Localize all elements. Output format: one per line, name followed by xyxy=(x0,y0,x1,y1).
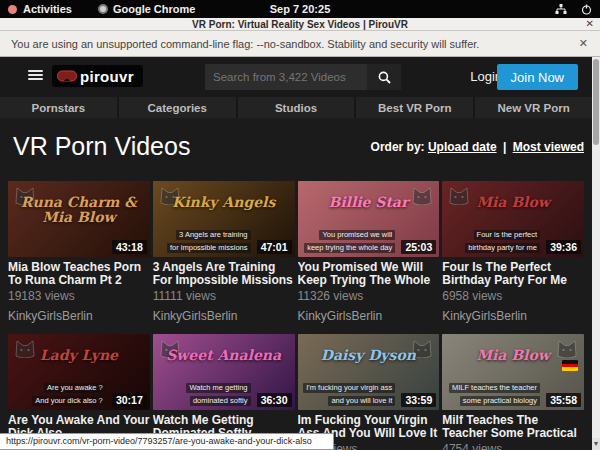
system-bar: Activities Google Chrome Sep 7 20:25 xyxy=(0,0,600,18)
clock[interactable]: Sep 7 20:25 xyxy=(0,3,600,15)
video-title[interactable]: 3 Angels Are Training For Impossible Mis… xyxy=(153,261,295,287)
thumbnail-caption: Four is the perfectbirthday party for me xyxy=(465,227,540,253)
video-duration-badge: 43:18 xyxy=(112,240,147,254)
thumbnail-caption: 3 Angels are trainingfor impossible miss… xyxy=(167,227,251,253)
video-grid: Runa Charm & Mia Blow 43:18 Mia Blow Tea… xyxy=(8,181,584,450)
scrollbar-thumb[interactable] xyxy=(593,59,599,145)
video-studio-link[interactable]: KinkyGirlsBerlin xyxy=(153,309,295,323)
video-card[interactable]: Kinky Angels 3 Angels are trainingfor im… xyxy=(153,181,295,323)
nav-item-studios[interactable]: Studios xyxy=(238,97,355,118)
video-studio-link[interactable]: KinkyGirlsBerlin xyxy=(298,309,440,323)
window-close-button[interactable]: ✕ xyxy=(586,18,594,29)
video-card[interactable]: Billie Star You promised we willkeep try… xyxy=(298,181,440,323)
thumbnail-overlay-name: Runa Charm & Mia Blow xyxy=(15,195,143,225)
video-card[interactable]: Mia Blow MILF teaches the teachersome pr… xyxy=(442,334,584,450)
order-by-label: Order by: xyxy=(371,140,425,154)
video-thumbnail[interactable]: Daisy Dyson I'm fucking your virgin assa… xyxy=(298,334,440,410)
video-views: 11326 views xyxy=(298,289,440,303)
search-icon xyxy=(378,71,391,84)
thumbnail-overlay-name: Sweet Analena xyxy=(160,348,288,363)
thumbnail-overlay-name: Mia Blow xyxy=(449,195,577,210)
video-thumbnail[interactable]: Sweet Analena Watch me gettingdominated … xyxy=(153,334,295,410)
webpage: pirouvr Login Join Now PornstarsCategori… xyxy=(0,57,592,450)
network-icon[interactable] xyxy=(555,4,567,15)
browser-warning-bar: You are using an unsupported command-lin… xyxy=(0,31,600,57)
hamburger-menu-icon[interactable] xyxy=(28,70,43,83)
video-duration-badge: 35:58 xyxy=(546,393,581,407)
video-views: 11111 views xyxy=(153,289,295,303)
video-thumbnail[interactable]: Mia Blow Four is the perfectbirthday par… xyxy=(442,181,584,257)
video-title[interactable]: You Promised We Will Keep Trying The Who… xyxy=(298,261,440,287)
thumbnail-caption: Watch me gettingdominated softly xyxy=(186,380,250,406)
browser-scrollbar[interactable]: ▼ xyxy=(592,57,600,450)
thumbnail-overlay-name: Daisy Dyson xyxy=(305,348,433,363)
video-views: 4754 views xyxy=(442,442,584,450)
video-duration-badge: 36:30 xyxy=(257,393,292,407)
power-icon[interactable] xyxy=(581,4,592,15)
site-nav: PornstarsCategoriesStudiosBest VR PornNe… xyxy=(0,97,592,118)
site-header: pirouvr Login Join Now xyxy=(0,57,592,97)
video-duration-badge: 25:03 xyxy=(401,240,436,254)
video-thumbnail[interactable]: Runa Charm & Mia Blow 43:18 xyxy=(8,181,150,257)
order-upload-date-link[interactable]: Upload date xyxy=(428,140,497,154)
video-card[interactable]: Runa Charm & Mia Blow 43:18 Mia Blow Tea… xyxy=(8,181,150,323)
thumbnail-overlay-name: Billie Star xyxy=(305,195,433,210)
video-views: 6958 views xyxy=(442,289,584,303)
video-card[interactable]: Mia Blow Four is the perfectbirthday par… xyxy=(442,181,584,323)
status-url-tooltip: https://pirouvr.com/vr-porn-video/779325… xyxy=(0,433,334,450)
video-studio-link[interactable]: KinkyGirlsBerlin xyxy=(442,309,584,323)
thumbnail-overlay-name: Mia Blow xyxy=(449,348,577,363)
video-views: 19183 views xyxy=(8,289,150,303)
page-title: VR Porn Videos xyxy=(13,132,190,161)
video-title[interactable]: Milf Teaches The Teacher Some Practical … xyxy=(442,414,584,440)
video-thumbnail[interactable]: Mia Blow MILF teaches the teachersome pr… xyxy=(442,334,584,410)
thumbnail-caption: I'm fucking your virgin assand you will … xyxy=(303,380,395,406)
video-title[interactable]: Four Is The Perfect Birthday Party For M… xyxy=(442,261,584,287)
site-logo[interactable]: pirouvr xyxy=(52,65,143,87)
order-most-viewed-link[interactable]: Most viewed xyxy=(513,140,584,154)
video-duration-badge: 33:59 xyxy=(401,393,436,407)
thumbnail-caption: MILF teaches the teachersome practical b… xyxy=(449,380,540,406)
scrollbar-down-arrow[interactable]: ▼ xyxy=(592,438,600,450)
video-title[interactable]: Mia Blow Teaches Porn To Runa Charm Pt 2 xyxy=(8,261,150,287)
video-thumbnail[interactable]: Billie Star You promised we willkeep try… xyxy=(298,181,440,257)
thumbnail-caption: Are you awake ?And your dick also ? xyxy=(32,380,106,406)
video-thumbnail[interactable]: Kinky Angels 3 Angels are trainingfor im… xyxy=(153,181,295,257)
thumbnail-overlay-name: Kinky Angels xyxy=(160,195,288,210)
search-input[interactable] xyxy=(205,64,367,90)
thumbnail-overlay-name: Lady Lyne xyxy=(15,348,143,363)
video-thumbnail[interactable]: Lady Lyne Are you awake ?And your dick a… xyxy=(8,334,150,410)
order-by: Order by: Upload date | Most viewed xyxy=(371,140,584,154)
warning-close-button[interactable]: ✕ xyxy=(579,37,588,50)
nav-item-new-vr-porn[interactable]: New VR Porn xyxy=(475,97,592,118)
video-duration-badge: 30:17 xyxy=(112,393,147,407)
site-logo-text: pirouvr xyxy=(80,68,134,85)
screen: Activities Google Chrome Sep 7 20:25 VR … xyxy=(0,0,600,450)
german-flag-icon xyxy=(562,360,578,371)
order-separator: | xyxy=(503,140,506,154)
video-duration-badge: 39:36 xyxy=(546,240,581,254)
nav-item-categories[interactable]: Categories xyxy=(119,97,236,118)
video-studio-link[interactable]: KinkyGirlsBerlin xyxy=(8,309,150,323)
nav-item-pornstars[interactable]: Pornstars xyxy=(0,97,117,118)
nav-item-best-vr-porn[interactable]: Best VR Porn xyxy=(356,97,473,118)
join-now-button[interactable]: Join Now xyxy=(497,64,578,90)
page-heading-row: VR Porn Videos Order by: Upload date | M… xyxy=(0,118,592,180)
video-duration-badge: 47:01 xyxy=(257,240,292,254)
window-title-bar: VR Porn: Virtual Reality Sex Videos | Pi… xyxy=(0,18,600,31)
warning-message: You are using an unsupported command-lin… xyxy=(11,38,479,50)
search-button[interactable] xyxy=(367,64,401,90)
thumbnail-caption: You promised we willkeep trying the whol… xyxy=(304,227,395,253)
vr-headset-icon xyxy=(57,70,77,82)
window-title: VR Porn: Virtual Reality Sex Videos | Pi… xyxy=(0,19,600,30)
